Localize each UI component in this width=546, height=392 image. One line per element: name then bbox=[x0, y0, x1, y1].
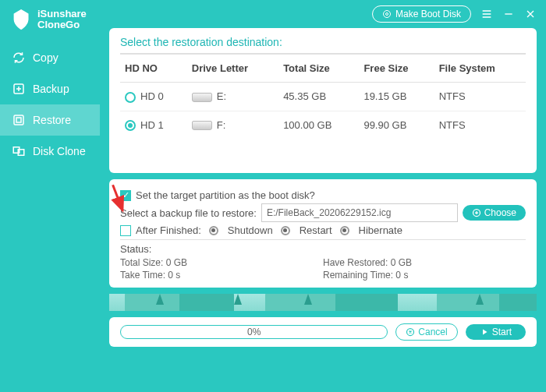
select-backup-label: Select a backup file to restore: bbox=[120, 207, 257, 219]
drive-icon bbox=[192, 93, 212, 102]
svg-rect-2 bbox=[16, 118, 21, 122]
status-take: Take Time: 0 s bbox=[120, 269, 323, 281]
table-row[interactable]: HD 0 E: 45.35 GB 19.15 GB NTFS bbox=[120, 83, 526, 111]
main: Select the restoration destination: HD N… bbox=[100, 0, 546, 392]
sidebar-item-copy[interactable]: Copy bbox=[0, 42, 100, 73]
status-label: Status: bbox=[120, 243, 526, 255]
sidebar-item-label: Disk Clone bbox=[33, 145, 86, 157]
choose-button[interactable]: Choose bbox=[463, 205, 526, 221]
hibernate-radio[interactable] bbox=[340, 226, 349, 235]
cancel-label: Cancel bbox=[418, 327, 447, 337]
sidebar-item-label: Restore bbox=[33, 114, 71, 126]
shutdown-radio[interactable] bbox=[209, 226, 218, 235]
cancel-button[interactable]: Cancel bbox=[395, 323, 457, 341]
panel-title: Select the restoration destination: bbox=[120, 36, 526, 55]
cell-hd: HD 1 bbox=[140, 119, 164, 131]
cell-free: 19.15 GB bbox=[359, 83, 434, 111]
select-radio[interactable] bbox=[125, 120, 136, 131]
progress-text: 0% bbox=[247, 327, 261, 337]
svg-rect-1 bbox=[14, 115, 23, 125]
brand-line1: iSunshare bbox=[37, 9, 87, 19]
sidebar-item-restore[interactable]: Restore bbox=[0, 104, 100, 136]
drive-icon bbox=[192, 121, 212, 130]
table-row[interactable]: HD 1 F: 100.00 GB 99.90 GB NTFS bbox=[120, 111, 526, 139]
brand: iSunshare CloneGo bbox=[0, 0, 100, 42]
cell-free: 99.90 GB bbox=[359, 111, 434, 139]
plus-icon bbox=[472, 208, 481, 217]
cell-letter: F: bbox=[217, 119, 226, 131]
brand-line2: CloneGo bbox=[37, 19, 87, 30]
select-radio[interactable] bbox=[125, 92, 136, 103]
start-label: Start bbox=[492, 327, 512, 337]
cell-total: 45.35 GB bbox=[278, 83, 359, 111]
cancel-icon bbox=[406, 327, 415, 337]
col-free: Free Size bbox=[359, 55, 434, 83]
status-have: Have Restored: 0 GB bbox=[323, 256, 526, 269]
sidebar: iSunshare CloneGo Copy Backup Restore Di… bbox=[0, 0, 100, 392]
boot-disk-label: Set the target partition as the boot dis… bbox=[136, 189, 315, 201]
sidebar-item-disk-clone[interactable]: Disk Clone bbox=[0, 136, 100, 167]
disk-clone-icon bbox=[11, 143, 27, 159]
restart-radio[interactable] bbox=[281, 226, 290, 235]
hibernate-label: Hibernate bbox=[359, 224, 402, 236]
options-panel: Set the target partition as the boot dis… bbox=[109, 179, 537, 288]
brand-icon bbox=[9, 8, 33, 31]
after-finished-checkbox[interactable] bbox=[120, 225, 131, 236]
copy-icon bbox=[11, 50, 27, 65]
restore-icon bbox=[11, 112, 27, 128]
sidebar-item-backup[interactable]: Backup bbox=[0, 73, 100, 104]
cell-fs: NTFS bbox=[434, 111, 526, 139]
status-total: Total Size: 0 GB bbox=[120, 256, 323, 269]
cell-hd: HD 0 bbox=[140, 90, 164, 102]
landscape-decoration bbox=[109, 294, 537, 311]
cell-total: 100.00 GB bbox=[278, 111, 359, 139]
destination-panel: Select the restoration destination: HD N… bbox=[109, 28, 537, 173]
shutdown-label: Shutdown bbox=[228, 224, 273, 236]
choose-label: Choose bbox=[484, 207, 516, 218]
sidebar-item-label: Backup bbox=[33, 83, 69, 95]
status-grid: Total Size: 0 GB Have Restored: 0 GB Tak… bbox=[120, 256, 526, 281]
start-button[interactable]: Start bbox=[466, 324, 526, 340]
sidebar-item-label: Copy bbox=[33, 51, 58, 64]
after-finished-label: After Finished: bbox=[136, 224, 201, 236]
separator bbox=[120, 239, 526, 240]
col-fs: File System bbox=[434, 55, 526, 83]
restart-label: Restart bbox=[300, 224, 332, 236]
col-letter: Drive Letter bbox=[187, 55, 278, 83]
destination-table: HD NO Drive Letter Total Size Free Size … bbox=[120, 55, 526, 139]
backup-icon bbox=[11, 81, 27, 97]
backup-file-input[interactable] bbox=[261, 203, 458, 222]
cell-fs: NTFS bbox=[434, 83, 526, 111]
cell-letter: E: bbox=[217, 90, 226, 102]
col-total: Total Size bbox=[278, 55, 359, 83]
col-hdno: HD NO bbox=[120, 55, 187, 83]
bottom-bar: 0% Cancel Start bbox=[109, 317, 537, 347]
status-remain: Remaining Time: 0 s bbox=[323, 269, 526, 281]
progress-bar: 0% bbox=[120, 325, 388, 339]
brand-text: iSunshare CloneGo bbox=[37, 9, 87, 31]
play-icon bbox=[480, 327, 489, 337]
